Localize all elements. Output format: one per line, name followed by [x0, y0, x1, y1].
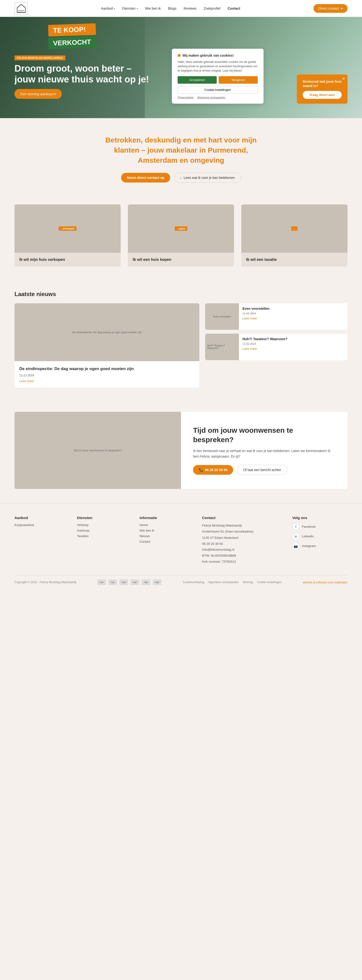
- footer-home-link[interactable]: Home: [139, 523, 195, 527]
- news-grid: De eindinspectie: De dag waarop je ogen …: [14, 303, 348, 388]
- hero-cta-button[interactable]: Een woning aankopen: [14, 89, 62, 99]
- service-image-kopen: ...open: [128, 204, 234, 253]
- footer-verkoop-link[interactable]: Verkoop: [77, 523, 132, 527]
- news-main-read-more[interactable]: Lees meer: [19, 379, 34, 383]
- nav-diensten[interactable]: Diensten ▾: [122, 6, 137, 10]
- service-card-taxatie[interactable]: ... Ik wil een taxatie: [241, 204, 348, 267]
- news-card-main[interactable]: De eindinspectie: De dag waarop je ogen …: [14, 303, 199, 388]
- house-value-widget: ✕ Benieuwd wat jouw huis waard is? Vraag…: [297, 75, 348, 103]
- service-image-taxatie: ...: [241, 204, 348, 253]
- news-small-title-1: Huh?! Taxateur? Waarvoor?: [242, 337, 344, 341]
- nav-links: Aanbod ▾ Diensten ▾ Wie ben ik Blogs Rev…: [101, 6, 240, 10]
- cookieverklaring-link[interactable]: Cookieverklaring: [183, 581, 204, 584]
- footer-contact-link[interactable]: Contact: [139, 540, 195, 543]
- footer-logo-strip: logo logo logo logo logo logo: [97, 579, 161, 585]
- cookie-title: Wij maken gebruik van cookies!: [178, 54, 258, 57]
- news-small-read-more-1[interactable]: Lees meer: [242, 347, 257, 350]
- service-card-verkopen[interactable]: ...verkopen Ik wil mijn huis verkopen: [14, 204, 121, 267]
- cta-content: Tijd om jouw woonwensen te bespreken? Ik…: [181, 412, 348, 489]
- nav-wie-ben-ik[interactable]: Wie ben ik: [145, 6, 161, 10]
- read-more-button[interactable]: ↓ Lees wat ik voor je kan betekenen: [174, 173, 241, 183]
- close-icon[interactable]: ✕: [342, 76, 345, 81]
- cookie-instellingen-link[interactable]: Cookie-instellingen: [257, 581, 281, 584]
- footer-koopnaanbod-link[interactable]: Koopnaanbod: [14, 523, 70, 527]
- cta-message-button[interactable]: Of laat een bericht achter: [237, 465, 287, 475]
- algemene-voorwaarden-link[interactable]: Algemene voorwaarden: [208, 581, 239, 584]
- news-title: Laatste nieuws: [14, 291, 348, 298]
- partner-logo-3: logo: [120, 579, 128, 585]
- news-card-small-0[interactable]: Even voorstellen Even voorstellen 11-02-…: [205, 303, 348, 330]
- footer-nieuws-link[interactable]: Nieuws: [139, 534, 195, 538]
- hero-content: FELICIA MUNTSLAG MAKELAARDIJ Droom groot…: [14, 56, 150, 99]
- terms-link[interactable]: Algemene voorwaarden: [197, 96, 225, 99]
- facebook-icon: f: [292, 523, 300, 530]
- sitemap-link[interactable]: Sitemap: [242, 581, 253, 584]
- cta-image: Tijd om jouw woonwensen te bespreken?: [14, 412, 181, 489]
- linkedin-icon: in: [292, 533, 300, 540]
- intro-section: Betrokken, deskundig en met hart voor mi…: [0, 118, 362, 195]
- footer-informatie: Informatie Home Wie ben ik Nieuws Contac…: [139, 515, 195, 566]
- cookie-accept-button[interactable]: Accepteren: [178, 76, 217, 84]
- service-card-body-kopen: Ik wil een huis kopen: [128, 253, 234, 267]
- te-koop-sign: TE KOOP!: [48, 23, 96, 37]
- footer-social-title: Volg ons: [292, 515, 348, 520]
- intro-title: Betrokken, deskundig en met hart voor mi…: [97, 135, 265, 165]
- direct-contact-button[interactable]: Direct contact ▾: [314, 4, 348, 13]
- vraag-direct-button[interactable]: Vraag direct aan!: [303, 91, 342, 99]
- news-card-small-1[interactable]: Huh?! Taxateur? Waarvoor? Huh?! Taxateur…: [205, 334, 348, 360]
- footer-aankoop-link[interactable]: Aankoop: [77, 529, 132, 532]
- social-facebook[interactable]: f Facebook: [292, 523, 348, 530]
- neem-contact-button[interactable]: Neem direct contact op: [121, 173, 170, 183]
- news-main-date: 11-12-2024: [19, 374, 195, 377]
- news-main-image: De eindinspectie: De dag waarop je ogen …: [14, 303, 199, 361]
- chevron-down-icon: ▾: [341, 6, 343, 10]
- news-small-read-more-0[interactable]: Lees meer: [242, 317, 257, 320]
- cta-phone-button[interactable]: 📞 06 29 20 36 65: [193, 465, 233, 475]
- partner-logo-4: logo: [131, 579, 139, 585]
- logo-icon: FELICIA MUNTSLAG: [14, 2, 28, 15]
- svg-text:MUNTSLAG: MUNTSLAG: [18, 11, 24, 13]
- cookie-action-buttons: Accepteren Weigeren: [178, 76, 258, 84]
- nav-zoekprofiel[interactable]: Zoekprofiel: [204, 6, 220, 10]
- news-small-date-1: 11-02-2024: [242, 342, 344, 345]
- nav-contact-label: Contact: [228, 6, 240, 10]
- cta-title: Tijd om jouw woonwensen te bespreken?: [193, 425, 335, 444]
- service-card-kopen[interactable]: ...open Ik wil een huis kopen: [128, 204, 234, 267]
- facebook-label: Facebook: [302, 525, 316, 528]
- footer-taxaties-link[interactable]: Taxaties: [77, 534, 132, 538]
- footer-contact-title: Contact: [202, 515, 285, 520]
- website-credit-link[interactable]: website & software voor makelaars: [303, 581, 348, 584]
- footer-diensten: Diensten Verkoop Aankoop Taxaties: [77, 515, 132, 566]
- footer: Aanbod Koopnaanbod Diensten Verkoop Aank…: [0, 503, 362, 590]
- nav-reviews[interactable]: Reviews: [183, 6, 196, 10]
- nav-aanbod[interactable]: Aanbod ▾: [101, 6, 115, 10]
- service-tag-verkopen: ...verkopen: [59, 226, 77, 231]
- footer-bottom-links: Cookieverklaring Algemene voorwaarden Si…: [183, 581, 282, 584]
- footer-phone: 06 29 20 36 65: [202, 541, 285, 546]
- service-card-title-kopen: Ik wil een huis kopen: [133, 258, 229, 262]
- chevron-down-icon: ▾: [114, 7, 115, 10]
- partner-logo-2: logo: [108, 579, 117, 585]
- footer-diensten-title: Diensten: [77, 515, 132, 520]
- service-section: ...verkopen Ik wil mijn huis verkopen ..…: [0, 195, 362, 281]
- news-small-date-0: 11-02-2024: [242, 312, 344, 315]
- cta-actions: 📞 06 29 20 36 65 Of laat een bericht ach…: [193, 465, 335, 475]
- nav-blogs[interactable]: Blogs: [168, 6, 176, 10]
- logo-area[interactable]: FELICIA MUNTSLAG: [14, 2, 28, 15]
- news-small-image-1: Huh?! Taxateur? Waarvoor?: [205, 334, 239, 360]
- social-linkedin[interactable]: in LinkedIn: [292, 533, 348, 540]
- news-main-body: De eindinspectie: De dag waarop je ogen …: [14, 361, 199, 388]
- cookie-reject-button[interactable]: Weigeren: [218, 76, 258, 84]
- privacy-link[interactable]: Privacybeleid: [178, 96, 193, 99]
- footer-email[interactable]: info@feliciamuntslag.nl: [202, 548, 285, 551]
- news-section: Laatste nieuws De eindinspectie: De dag …: [0, 281, 362, 402]
- news-small-title-0: Even voorstellen: [242, 307, 344, 310]
- main-navigation: FELICIA MUNTSLAG Aanbod ▾ Diensten ▾ Wie…: [0, 0, 362, 17]
- cta-text: Ik ben benieuwd naar je verhaal en wat i…: [193, 448, 335, 459]
- hero-section: TE KOOP! VERKOCHT FELICIA MUNTSLAG MAKEL…: [0, 17, 362, 118]
- cookie-banner: Wij maken gebruik van cookies! Hallo, de…: [172, 49, 263, 103]
- cookie-settings-button[interactable]: Cookie-instellingen: [178, 86, 258, 94]
- footer-wie-link[interactable]: Wie ben ik: [139, 529, 195, 532]
- news-small-image-0: Even voorstellen: [205, 303, 239, 330]
- social-instagram[interactable]: 📷 Instagram: [292, 542, 348, 550]
